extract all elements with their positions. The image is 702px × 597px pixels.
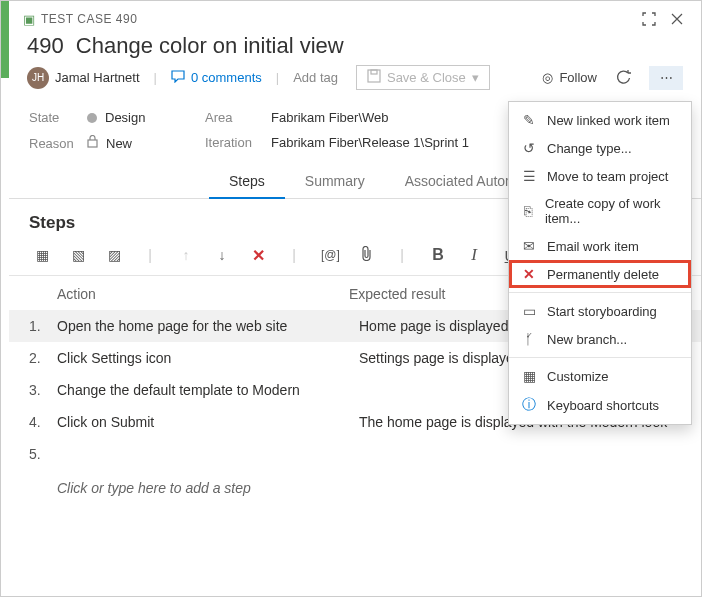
divider: | xyxy=(141,247,159,263)
work-item-title[interactable]: Change color on initial view xyxy=(76,33,344,58)
reason-value[interactable]: New xyxy=(106,136,132,151)
save-icon xyxy=(367,69,381,86)
context-menu: ✎New linked work item ↺Change type... ☰M… xyxy=(508,101,692,425)
iteration-value[interactable]: Fabrikam Fiber\Release 1\Sprint 1 xyxy=(271,135,469,150)
delete-step-icon[interactable]: ✕ xyxy=(249,246,267,265)
ctx-keyboard-shortcuts[interactable]: ⓘKeyboard shortcuts xyxy=(509,390,691,420)
divider: | xyxy=(393,247,411,263)
ctx-new-branch[interactable]: ᚶNew branch... xyxy=(509,325,691,353)
title-bar: ▣ TEST CASE 490 xyxy=(9,1,701,33)
assigned-to[interactable]: JH Jamal Hartnett xyxy=(27,67,140,89)
area-value[interactable]: Fabrikam Fiber\Web xyxy=(271,110,389,125)
ctx-change-type[interactable]: ↺Change type... xyxy=(509,134,691,162)
follow-button[interactable]: ◎ Follow xyxy=(542,70,597,85)
email-icon: ✉ xyxy=(521,238,537,254)
ctx-email-work-item[interactable]: ✉Email work item xyxy=(509,232,691,260)
step-action[interactable]: Change the default template to Modern xyxy=(57,382,359,398)
lock-icon xyxy=(87,135,98,151)
insert-shared-step-icon[interactable]: ▧ xyxy=(69,247,87,263)
add-tag-button[interactable]: Add tag xyxy=(293,70,338,85)
svg-rect-2 xyxy=(88,140,97,147)
work-item-type-icon: ▣ xyxy=(23,12,35,27)
storyboard-icon: ▭ xyxy=(521,303,537,319)
step-action[interactable]: Click on Submit xyxy=(57,414,359,430)
step-action[interactable]: Open the home page for the web site xyxy=(57,318,359,334)
state-value[interactable]: Design xyxy=(105,110,145,125)
menu-separator xyxy=(509,357,691,358)
assigned-to-name: Jamal Hartnett xyxy=(55,70,140,85)
comments-link[interactable]: 0 comments xyxy=(171,69,262,86)
italic-icon[interactable]: I xyxy=(465,245,483,265)
accent-bar xyxy=(1,1,9,78)
insert-step-icon[interactable]: ▦ xyxy=(33,247,51,263)
divider: | xyxy=(285,247,303,263)
headline: 490 Change color on initial view xyxy=(9,33,701,65)
follow-icon: ◎ xyxy=(542,70,553,85)
branch-icon: ᚶ xyxy=(521,331,537,347)
ctx-move-team-project[interactable]: ☰Move to team project xyxy=(509,162,691,190)
titlebar-kind: TEST CASE xyxy=(41,12,112,26)
svg-rect-1 xyxy=(371,70,377,74)
attachment-icon[interactable] xyxy=(357,246,375,264)
move-down-icon[interactable]: ↓ xyxy=(213,247,231,263)
refresh-button[interactable] xyxy=(611,66,635,90)
state-label: State xyxy=(29,110,87,125)
ctx-new-linked-work-item[interactable]: ✎New linked work item xyxy=(509,106,691,134)
info-icon: ⓘ xyxy=(521,396,537,414)
fullscreen-button[interactable] xyxy=(635,7,663,31)
customize-icon: ▦ xyxy=(521,368,537,384)
chevron-down-icon: ▾ xyxy=(472,70,479,85)
move-icon: ☰ xyxy=(521,168,537,184)
ctx-start-storyboarding[interactable]: ▭Start storyboarding xyxy=(509,297,691,325)
step-row[interactable]: 5. xyxy=(9,438,701,470)
mention-icon[interactable]: [@] xyxy=(321,248,339,262)
step-action[interactable]: Click Settings icon xyxy=(57,350,359,366)
titlebar-id: 490 xyxy=(112,12,137,26)
save-close-button: Save & Close ▾ xyxy=(356,65,490,90)
work-item-id: 490 xyxy=(27,33,64,58)
more-actions-button[interactable]: ⋯ xyxy=(649,66,683,90)
col-action: Action xyxy=(57,286,349,302)
copy-icon: ⎘ xyxy=(521,203,535,219)
link-icon: ✎ xyxy=(521,112,537,128)
comment-icon xyxy=(171,69,185,86)
svg-rect-0 xyxy=(368,70,380,82)
state-dot-icon xyxy=(87,113,97,123)
tab-steps[interactable]: Steps xyxy=(209,165,285,199)
menu-separator xyxy=(509,292,691,293)
col-expected: Expected result xyxy=(349,286,446,302)
iteration-label: Iteration xyxy=(205,135,271,150)
move-up-icon: ↑ xyxy=(177,247,195,263)
area-label: Area xyxy=(205,110,271,125)
add-step-placeholder[interactable]: Click or type here to add a step xyxy=(9,470,701,496)
delete-icon: ✕ xyxy=(521,266,537,282)
avatar: JH xyxy=(27,67,49,89)
bold-icon[interactable]: B xyxy=(429,246,447,264)
tab-summary[interactable]: Summary xyxy=(285,165,385,198)
meta-row: JH Jamal Hartnett | 0 comments | Add tag… xyxy=(9,65,701,102)
ctx-permanently-delete[interactable]: ✕Permanently delete xyxy=(509,260,691,288)
ctx-customize[interactable]: ▦Customize xyxy=(509,362,691,390)
ctx-create-copy[interactable]: ⎘Create copy of work item... xyxy=(509,190,691,232)
insert-parameter-icon[interactable]: ▨ xyxy=(105,247,123,263)
reason-label: Reason xyxy=(29,136,87,151)
close-button[interactable] xyxy=(663,7,691,31)
change-type-icon: ↺ xyxy=(521,140,537,156)
